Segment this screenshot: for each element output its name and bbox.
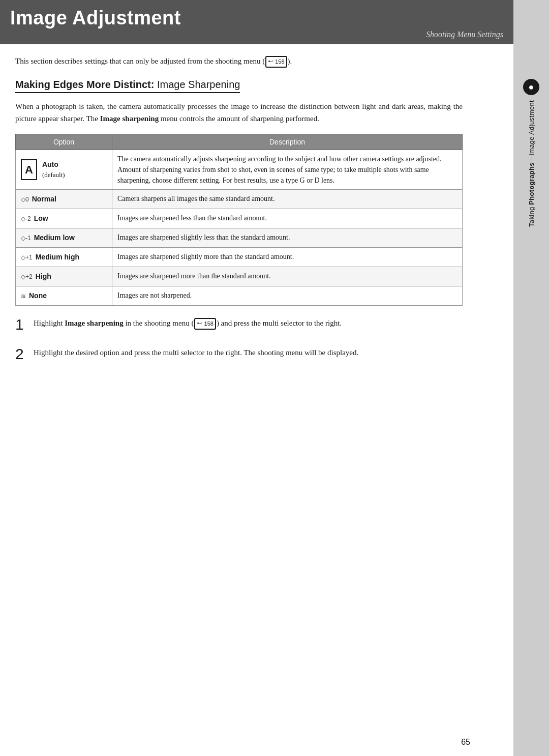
table-row: ◇-2 Low Images are sharpened less than t… — [16, 209, 463, 228]
menu-icon-intro: ⬻ 158 — [265, 56, 287, 68]
step-2-content: Highlight the desired option and press t… — [34, 346, 358, 359]
option-icon: ◇+1 — [21, 253, 33, 262]
desc-cell: Images are sharpened more than the stand… — [112, 267, 463, 286]
option-cell: ◇+2 High — [16, 267, 112, 286]
option-sublabel: (default) — [42, 170, 65, 180]
table-row: ◇0 Normal Camera sharpens all images the… — [16, 190, 463, 209]
option-label: None — [29, 290, 47, 301]
side-tab-icon: ● — [523, 79, 539, 95]
step-1-number: 1 — [15, 317, 26, 332]
main-content: This section describes settings that can… — [0, 44, 478, 386]
options-table: Option Description A Auto (default) The … — [15, 134, 463, 306]
option-label: Low — [34, 213, 48, 224]
option-label: Normal — [32, 194, 56, 205]
page-header: Image Adjustment Shooting Menu Settings — [0, 0, 513, 44]
step-1: 1 Highlight Image sharpening in the shoo… — [15, 317, 463, 332]
desc-cell: Images are sharpened less than the stand… — [112, 209, 463, 228]
step-2-number: 2 — [15, 346, 26, 362]
table-row: A Auto (default) The camera automaticall… — [16, 150, 463, 190]
table-row: ◇+1 Medium high Images are sharpened sli… — [16, 248, 463, 267]
option-label: Auto — [42, 159, 65, 170]
col-header-desc: Description — [112, 134, 463, 150]
table-row: ◇-1 Medium low Images are sharpened slig… — [16, 228, 463, 248]
desc-cell: Images are sharpened slightly more than … — [112, 248, 463, 267]
option-label: High — [36, 271, 51, 282]
option-cell: ◇+1 Medium high — [16, 248, 112, 267]
page-subtitle: Shooting Menu Settings — [10, 30, 503, 39]
desc-cell: The camera automatically adjusts sharpen… — [112, 150, 463, 190]
auto-letter: A — [21, 159, 37, 180]
option-label: Medium low — [34, 232, 75, 243]
option-cell: A Auto (default) — [16, 150, 112, 190]
option-label: Medium high — [36, 252, 79, 263]
side-tab-text: Taking Photographs—Image Adjustment — [528, 100, 535, 227]
section-description: When a photograph is taken, the camera a… — [15, 100, 463, 125]
section-heading: Making Edges More Distinct: Image Sharpe… — [15, 79, 240, 93]
intro-paragraph: This section describes settings that can… — [15, 55, 463, 68]
desc-cell: Camera sharpens all images the same stan… — [112, 190, 463, 209]
steps-container: 1 Highlight Image sharpening in the shoo… — [15, 317, 463, 362]
desc-cell: Images are sharpened slightly less than … — [112, 228, 463, 248]
page: Image Adjustment Shooting Menu Settings … — [0, 0, 513, 756]
option-icon: ◇0 — [21, 195, 29, 204]
option-cell: ≋ None — [16, 286, 112, 306]
step-1-content: Highlight Image sharpening in the shooti… — [34, 317, 342, 330]
option-cell: ◇0 Normal — [16, 190, 112, 209]
option-icon: ◇+2 — [21, 272, 33, 281]
side-tab: ● Taking Photographs—Image Adjustment — [513, 0, 549, 756]
page-number: 65 — [461, 738, 470, 747]
section-heading-container: Making Edges More Distinct: Image Sharpe… — [15, 79, 463, 100]
table-row: ◇+2 High Images are sharpened more than … — [16, 267, 463, 286]
page-title: Image Adjustment — [10, 7, 503, 29]
option-cell: ◇-2 Low — [16, 209, 112, 228]
option-icon: ◇-2 — [21, 214, 31, 223]
menu-icon-step1: ⬻ 158 — [194, 318, 216, 330]
table-row: ≋ None Images are not sharpened. — [16, 286, 463, 306]
col-header-option: Option — [16, 134, 112, 150]
option-cell: ◇-1 Medium low — [16, 228, 112, 248]
option-icon: ◇-1 — [21, 234, 31, 243]
option-icon: ≋ — [21, 292, 26, 301]
desc-cell: Images are not sharpened. — [112, 286, 463, 306]
step-2: 2 Highlight the desired option and press… — [15, 346, 463, 362]
